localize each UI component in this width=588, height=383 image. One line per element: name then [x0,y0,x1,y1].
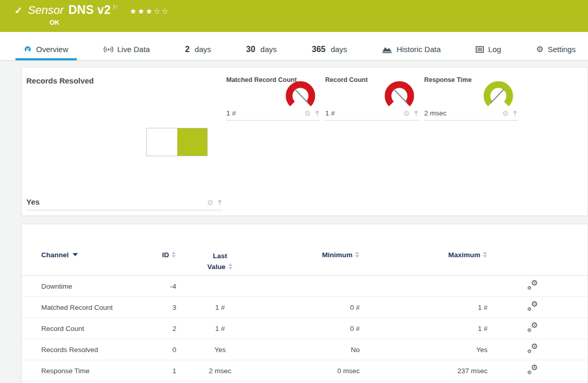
pin-icon[interactable] [413,110,419,117]
gauge-value: 1 # [325,109,335,117]
priority-stars[interactable]: ★★★☆☆ [130,7,170,16]
channel-settings-gear-icon[interactable]: ⚙ [207,199,213,206]
last-value: 1 # [176,304,264,311]
boolean-swatch-fill [177,128,208,156]
gauge-matched-record-count[interactable] [284,81,317,111]
tab-number: 365 [312,45,326,54]
channel-name: Downtime [22,282,145,290]
gauge-cell-matched-record-count: Matched Record Count 1 # ⚙ [226,73,320,121]
pin-icon[interactable] [217,199,223,206]
table-row: Record Count 2 1 # 0 # 1 # ⚙⚙ [22,318,587,339]
minimum-value: 0 msec [264,367,360,375]
records-resolved-value: Yes [26,197,40,206]
column-header-minimum[interactable]: Minimum [264,251,360,275]
live-icon [104,46,113,53]
channel-name: Matched Record Count [22,304,145,311]
tab-label: Live Data [117,45,150,54]
sort-desc-icon [73,253,78,256]
gear-icon: ⚙ [536,45,543,54]
tab-overview[interactable]: Overview [15,40,77,60]
tab-label: Historic Data [396,45,441,54]
tab-label: days [260,45,277,54]
sort-icon [228,263,233,270]
tab-historic-data[interactable]: Historic Data [374,40,449,60]
tab-label: days [331,45,347,54]
sort-icon [483,252,488,258]
pin-icon[interactable] [314,110,320,117]
last-value: 2 msec [176,367,264,375]
channel-settings-gears-icon[interactable]: ⚙⚙ [527,365,538,375]
gauge-value: 2 msec [424,109,447,117]
last-value: Yes [176,346,264,354]
overview-panel: Records Resolved Yes ⚙ Matched Record Co… [21,67,588,216]
maximum-value: 237 msec [360,367,488,375]
maximum-value: 1 # [360,304,488,311]
tab-30-days[interactable]: 30 days [238,40,285,60]
channel-id: 0 [145,346,176,354]
channel-settings-gears-icon[interactable]: ⚙⚙ [527,344,538,354]
gauge-record-count[interactable] [383,81,416,111]
tab-label: Overview [36,45,69,54]
flag-icon: ⚐ [112,4,119,11]
column-header-channel[interactable]: Channel [22,251,145,275]
last-value: 1 # [176,325,264,332]
stars-empty: ☆☆ [154,7,170,15]
tab-label: Settings [548,45,576,54]
maximum-value: Yes [360,346,488,354]
minimum-value: No [264,346,360,354]
tab-live-data[interactable]: Live Data [95,40,158,60]
status-badge: OK [14,19,588,26]
area-chart-icon [382,45,392,54]
tabbar-wrap: Overview Live Data 2 days 30 days 365 [0,32,588,61]
tab-number: 30 [246,45,256,54]
channel-settings-gears-icon[interactable]: ⚙⚙ [527,280,538,290]
channel-id: 3 [145,304,176,311]
sensor-header: ✓ Sensor DNS v2 ⚐ ★★★☆☆ OK [0,0,588,32]
minimum-value: 0 # [264,325,360,332]
tabbar: Overview Live Data 2 days 30 days 365 [0,40,588,61]
gauge-value: 1 # [226,109,236,117]
content-area: Records Resolved Yes ⚙ Matched Record Co… [0,61,588,383]
tab-label: days [195,45,211,54]
tab-settings[interactable]: ⚙ Settings [528,40,584,60]
tab-label: Log [488,45,501,54]
table-header-row: Channel ID Last Value Minimum Maximum [22,224,587,276]
channel-id: -4 [145,282,176,290]
column-header-id[interactable]: ID [145,251,176,275]
channel-id: 2 [145,325,176,332]
pin-icon[interactable] [512,110,518,117]
tab-number: 2 [185,45,190,54]
column-header-last-value[interactable]: Last Value [176,251,264,275]
channel-settings-gear-icon[interactable]: ⚙ [304,110,311,117]
log-icon [476,46,484,53]
channel-name: Response Time [22,367,145,375]
records-resolved-swatch[interactable] [146,128,208,156]
maximum-value: 1 # [360,325,488,332]
channel-name: Records Resolved [22,346,145,354]
gauge-response-time[interactable] [482,81,515,111]
table-row: Response Time 1 2 msec 0 msec 237 msec ⚙… [22,360,587,381]
gauge-cell-record-count: Record Count 1 # ⚙ [325,73,419,121]
ok-check-icon: ✓ [14,5,23,16]
channel-settings-gears-icon[interactable]: ⚙⚙ [527,302,538,311]
channel-settings-gear-icon[interactable]: ⚙ [403,110,410,117]
gauge-cell-response-time: Response Time 2 msec ⚙ [424,73,518,121]
channel-table-panel: Channel ID Last Value Minimum Maximum Do… [21,224,588,383]
table-row: Downtime -4 ⚙⚙ [22,276,587,297]
table-row: Records Resolved 0 Yes No Yes ⚙⚙ [22,339,587,360]
channel-name: Record Count [22,325,145,332]
stars-filled: ★★★ [130,7,154,15]
column-header-maximum[interactable]: Maximum [360,251,488,275]
sort-icon [172,252,176,258]
tab-365-days[interactable]: 365 days [304,40,355,60]
sort-icon [355,252,360,258]
minimum-value: 0 # [264,304,360,311]
channel-settings-gear-icon[interactable]: ⚙ [502,110,509,117]
records-resolved-cell: Records Resolved Yes ⚙ [26,73,223,210]
records-resolved-title: Records Resolved [26,76,223,85]
sensor-name: DNS v2 [69,3,111,17]
tab-2-days[interactable]: 2 days [177,40,220,60]
channel-settings-gears-icon[interactable]: ⚙⚙ [527,323,538,332]
tab-log[interactable]: Log [467,40,509,60]
sensor-type-label: Sensor [28,4,64,17]
